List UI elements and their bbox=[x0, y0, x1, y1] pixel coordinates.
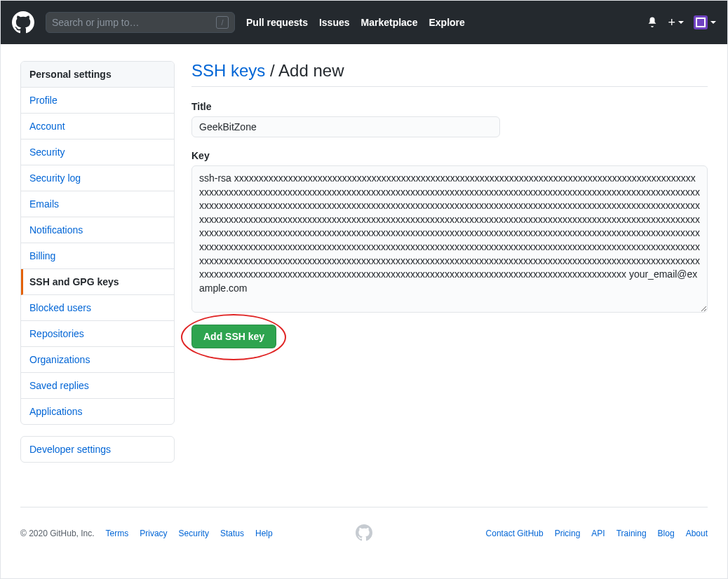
footer-link-about[interactable]: About bbox=[686, 529, 708, 538]
sidebar-item-billing[interactable]: Billing bbox=[21, 243, 174, 269]
global-header: Search or jump to… / Pull requests Issue… bbox=[1, 1, 727, 44]
footer-link-api[interactable]: API bbox=[591, 529, 605, 538]
github-mark-icon[interactable] bbox=[356, 524, 372, 543]
footer-link-contact[interactable]: Contact GitHub bbox=[486, 529, 544, 538]
nav-issues[interactable]: Issues bbox=[319, 17, 350, 28]
bell-icon[interactable] bbox=[647, 16, 658, 29]
add-ssh-key-button[interactable]: Add SSH key bbox=[191, 325, 276, 348]
footer-link-training[interactable]: Training bbox=[616, 529, 647, 538]
sidebar-item-emails[interactable]: Emails bbox=[21, 191, 174, 217]
main-content: SSH keys / Add new Title Key Add SSH key bbox=[191, 61, 708, 507]
footer-link-security[interactable]: Security bbox=[179, 529, 209, 538]
nav-explore[interactable]: Explore bbox=[429, 17, 464, 28]
key-label: Key bbox=[191, 150, 708, 161]
sidebar-item-developer-settings[interactable]: Developer settings bbox=[21, 437, 174, 462]
search-input[interactable]: Search or jump to… / bbox=[46, 12, 235, 33]
header-right: + bbox=[647, 15, 716, 30]
sidebar-item-security-log[interactable]: Security log bbox=[21, 165, 174, 191]
avatar-icon bbox=[694, 15, 708, 29]
slash-hint-icon: / bbox=[216, 16, 229, 29]
plus-icon: + bbox=[668, 15, 675, 30]
user-menu[interactable] bbox=[694, 15, 716, 29]
sidebar-item-repositories[interactable]: Repositories bbox=[21, 321, 174, 347]
settings-sidebar: Personal settings Profile Account Securi… bbox=[20, 61, 175, 507]
footer-left: © 2020 GitHub, Inc. Terms Privacy Securi… bbox=[20, 529, 273, 538]
main-container: Personal settings Profile Account Securi… bbox=[1, 44, 727, 507]
primary-nav: Pull requests Issues Marketplace Explore bbox=[246, 17, 465, 28]
sidebar-item-blocked[interactable]: Blocked users bbox=[21, 295, 174, 321]
footer-link-pricing[interactable]: Pricing bbox=[555, 529, 581, 538]
sidebar-item-account[interactable]: Account bbox=[21, 114, 174, 139]
sidebar-item-applications[interactable]: Applications bbox=[21, 399, 174, 424]
title-input[interactable] bbox=[191, 116, 500, 137]
sidebar-item-ssh-gpg[interactable]: SSH and GPG keys bbox=[21, 269, 174, 295]
sidebar-title: Personal settings bbox=[21, 62, 174, 88]
breadcrumb-current: Add new bbox=[278, 61, 344, 80]
breadcrumb-link-ssh-keys[interactable]: SSH keys bbox=[191, 61, 265, 80]
sidebar-item-profile[interactable]: Profile bbox=[21, 88, 174, 114]
sidebar-item-notifications[interactable]: Notifications bbox=[21, 217, 174, 243]
footer-right: Contact GitHub Pricing API Training Blog… bbox=[486, 529, 708, 538]
page-title: SSH keys / Add new bbox=[191, 61, 708, 87]
title-label: Title bbox=[191, 101, 708, 112]
nav-pull-requests[interactable]: Pull requests bbox=[246, 17, 308, 28]
footer-copyright: © 2020 GitHub, Inc. bbox=[20, 529, 95, 538]
key-textarea[interactable] bbox=[191, 165, 708, 313]
personal-settings-group: Personal settings Profile Account Securi… bbox=[20, 61, 175, 425]
search-placeholder: Search or jump to… bbox=[52, 17, 140, 28]
footer-link-blog[interactable]: Blog bbox=[658, 529, 675, 538]
footer-link-help[interactable]: Help bbox=[255, 529, 273, 538]
site-footer: © 2020 GitHub, Inc. Terms Privacy Securi… bbox=[1, 508, 727, 547]
footer-link-privacy[interactable]: Privacy bbox=[140, 529, 167, 538]
caret-down-icon bbox=[710, 21, 716, 24]
nav-marketplace[interactable]: Marketplace bbox=[361, 17, 418, 28]
developer-settings-group: Developer settings bbox=[20, 436, 175, 463]
footer-link-status[interactable]: Status bbox=[220, 529, 244, 538]
footer-link-terms[interactable]: Terms bbox=[106, 529, 129, 538]
sidebar-item-security[interactable]: Security bbox=[21, 139, 174, 165]
create-new-menu[interactable]: + bbox=[668, 15, 684, 30]
submit-wrap: Add SSH key bbox=[191, 325, 276, 348]
caret-down-icon bbox=[678, 21, 684, 24]
sidebar-item-saved-replies[interactable]: Saved replies bbox=[21, 373, 174, 399]
breadcrumb-separator: / bbox=[265, 61, 278, 80]
sidebar-item-organizations[interactable]: Organizations bbox=[21, 347, 174, 373]
github-logo-icon[interactable] bbox=[12, 11, 34, 34]
